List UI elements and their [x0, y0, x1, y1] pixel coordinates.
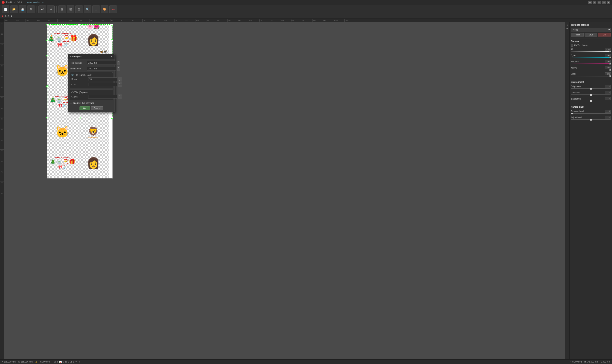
- cancel-button[interactable]: Cancel: [91, 106, 103, 110]
- brightness-thumb[interactable]: [590, 88, 592, 90]
- vert-interval-input[interactable]: [87, 67, 116, 70]
- grid-btn[interactable]: ⊞: [588, 1, 592, 4]
- status-icon-6[interactable]: ⊟: [68, 361, 69, 363]
- reset-btn[interactable]: Reset: [571, 33, 584, 37]
- new-btn[interactable]: 📄: [2, 5, 9, 13]
- status-icon-10[interactable]: ⊣: [78, 361, 80, 363]
- cyan-slider-thumb[interactable]: [610, 57, 611, 58]
- grid-view-btn[interactable]: ⊞: [58, 5, 66, 13]
- black-slider-row: Black 1/1: [571, 72, 611, 77]
- status-icon-3[interactable]: 📊: [59, 361, 62, 363]
- image-btn[interactable]: 🖼: [27, 5, 35, 13]
- black-slider-thumb[interactable]: [610, 75, 611, 77]
- status-icon-9[interactable]: ✏: [75, 361, 77, 363]
- status-icon-1[interactable]: ⊟: [54, 361, 56, 363]
- cols-stepper: + −: [118, 82, 122, 87]
- cell-lion2[interactable]: 🦁 STRONGER: [78, 117, 109, 147]
- y-label: Y: [570, 361, 572, 363]
- remove-black-thumb[interactable]: [571, 113, 573, 114]
- saturation-thumb[interactable]: [590, 100, 592, 102]
- magenta-slider-thumb[interactable]: [610, 63, 611, 65]
- plus-icon[interactable]: +: [565, 32, 569, 36]
- ok-button[interactable]: OK: [80, 106, 90, 110]
- copies-plus-btn[interactable]: +: [118, 94, 122, 97]
- copies-input[interactable]: [88, 95, 117, 99]
- v-mark-500: 500: [0, 128, 4, 139]
- website-link[interactable]: www.erarip.com: [28, 1, 44, 4]
- cmyk-channel-row: ✓ CMYK channel: [571, 44, 611, 47]
- cell-woman3[interactable]: 👩: [78, 147, 109, 178]
- save-btn[interactable]: 💾: [19, 5, 26, 13]
- color-btn[interactable]: 🎨: [101, 5, 108, 13]
- rows-plus-btn[interactable]: +: [118, 77, 122, 79]
- adjust-black-thumb[interactable]: [590, 119, 592, 120]
- right-icon-bar: « W1 +: [565, 22, 570, 359]
- status-y: Y 0.000 mm: [570, 361, 582, 363]
- yellow-bar: [571, 70, 611, 70]
- status-icon-5[interactable]: ⊠: [65, 361, 67, 363]
- v-mark-700: 700: [0, 171, 4, 181]
- cols-plus-btn[interactable]: +: [118, 82, 122, 84]
- vert-minus-btn[interactable]: −: [117, 69, 120, 71]
- mark650: 650: [259, 19, 270, 22]
- black-label: Black: [571, 73, 576, 75]
- copies-minus-btn[interactable]: −: [118, 97, 122, 99]
- w-value: 158.036 mm: [21, 361, 33, 363]
- tile-fill-radio[interactable]: [70, 102, 72, 104]
- rows-input[interactable]: [88, 78, 117, 81]
- status-icon-2[interactable]: ⊞: [56, 361, 58, 363]
- rip-btn[interactable]: RIP: [109, 5, 117, 13]
- mark800: 800: [291, 19, 302, 22]
- del-btn[interactable]: Del: [598, 33, 611, 37]
- open-btn[interactable]: 📂: [10, 5, 18, 13]
- cols-minus-btn[interactable]: −: [118, 85, 122, 87]
- redo-btn[interactable]: ↪: [47, 5, 55, 13]
- save-template-btn[interactable]: Save: [584, 33, 597, 37]
- cell-cat2[interactable]: 🐱: [47, 117, 78, 147]
- w-icon[interactable]: W1: [565, 27, 569, 31]
- vert-plus-btn[interactable]: +: [117, 66, 120, 68]
- tile-rows-cols-radio-row[interactable]: Tile (Rows, Cols): [71, 74, 111, 76]
- status-icon-7[interactable]: ⊿: [70, 361, 72, 363]
- contrast-thumb[interactable]: [590, 94, 592, 96]
- tile-copies-radio[interactable]: [71, 91, 73, 93]
- pin-btn[interactable]: ⇔: [593, 1, 596, 4]
- tile-rows-cols-radio[interactable]: [71, 74, 73, 76]
- crop-btn[interactable]: ⊡: [75, 5, 83, 13]
- tile-fill-row[interactable]: Tile (Fill the canvas): [70, 102, 113, 104]
- template-btn-row: Reset Save Del: [571, 33, 611, 37]
- all-slider-thumb[interactable]: [610, 51, 611, 52]
- search-btn[interactable]: 🔍: [84, 5, 91, 13]
- status-x: X 175.000 mm: [2, 361, 15, 363]
- rows-minus-btn[interactable]: −: [118, 79, 122, 81]
- horz-interval-input[interactable]: [87, 61, 116, 65]
- status-icon-4[interactable]: ⊡: [62, 361, 64, 363]
- cell-xmas1[interactable]: MERRY CHRISTMAS 🎄🍵🎅🎁 🎀🧦: [47, 25, 78, 55]
- maximize-btn[interactable]: □: [602, 1, 606, 4]
- status-icon-8[interactable]: ∡: [73, 361, 75, 363]
- mark1050: 1050: [344, 19, 355, 22]
- divider-1: [571, 38, 611, 39]
- v-mark-550: 550: [0, 139, 4, 149]
- horz-minus-btn[interactable]: −: [117, 63, 120, 65]
- cell-xmas3[interactable]: MERRY CHRISTMAS 🎄🍵🎅🎁 🎀🧦: [47, 147, 78, 178]
- dialog-title: Auto layout: [70, 55, 82, 58]
- close-btn[interactable]: ✕: [607, 1, 610, 4]
- dialog-close-btn[interactable]: ✕: [110, 55, 113, 58]
- thumb-cat2: 🐱: [47, 117, 78, 147]
- cols-input[interactable]: [88, 83, 117, 86]
- selection-btn[interactable]: ⊿: [92, 5, 100, 13]
- black-label-row: Black 1/1: [571, 72, 611, 75]
- yellow-slider-thumb[interactable]: [610, 69, 611, 71]
- minimize-btn[interactable]: —: [598, 1, 601, 4]
- horz-plus-btn[interactable]: +: [117, 61, 120, 63]
- template-dropdown[interactable]: None: [571, 28, 611, 32]
- brightness-value: 0: [605, 85, 611, 88]
- expand-icon[interactable]: «: [565, 23, 569, 27]
- align-btn[interactable]: ⊟: [67, 5, 74, 13]
- tile-copies-radio-row[interactable]: Tile (Copies): [71, 91, 111, 94]
- cell-woman1[interactable]: 👩 🌸🌺 🦋🦋: [78, 25, 109, 55]
- copies-label: Copies: [71, 95, 87, 98]
- cmyk-checkbox[interactable]: ✓: [571, 44, 573, 47]
- undo-btn[interactable]: ↩: [39, 5, 46, 13]
